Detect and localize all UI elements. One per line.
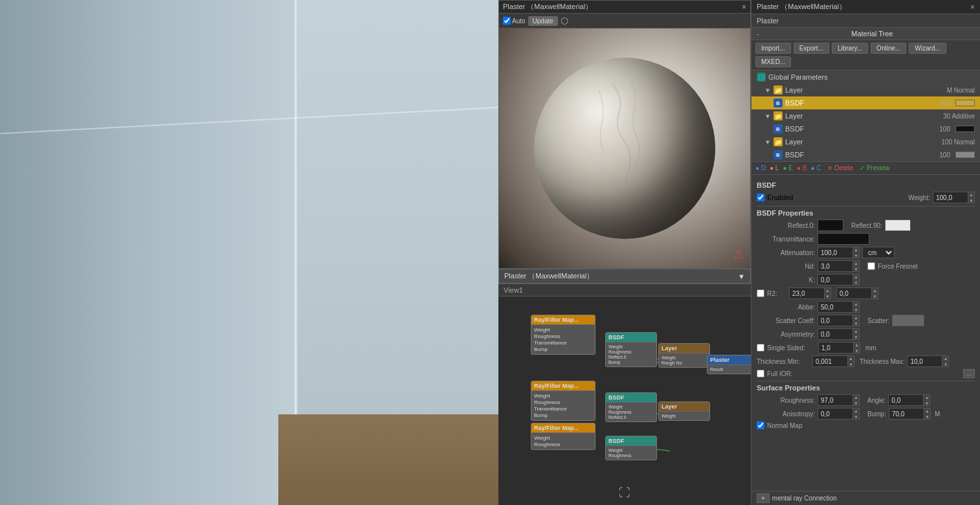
scatter-coeff-arrows[interactable]: ▲▼ bbox=[853, 315, 860, 326]
single-sided-checkbox[interactable] bbox=[757, 344, 764, 352]
r2-input1[interactable] bbox=[789, 287, 825, 299]
k-input[interactable] bbox=[818, 274, 853, 286]
node-layer-2[interactable]: Layer Weight bbox=[658, 401, 710, 421]
single-sided-arrows[interactable]: ▲▼ bbox=[854, 342, 860, 354]
thickness-min-spinner[interactable]: ▲▼ bbox=[812, 355, 854, 367]
scatter-coeff-spinner[interactable]: ▲▼ bbox=[818, 315, 860, 326]
thickness-min-input[interactable] bbox=[812, 355, 848, 367]
abbe-arrows[interactable]: ▲▼ bbox=[853, 301, 860, 313]
d-button[interactable]: ● D bbox=[755, 164, 766, 172]
tree-item-bsdf3[interactable]: B BSDF 100 bbox=[752, 148, 980, 161]
k-spinner[interactable]: ▲▼ bbox=[818, 274, 860, 286]
thickness-max-spinner[interactable]: ▲▼ bbox=[907, 355, 949, 367]
update-button[interactable]: Update bbox=[528, 16, 558, 26]
anisotropy-input[interactable] bbox=[818, 408, 853, 420]
weight-arrows[interactable]: ▲▼ bbox=[968, 192, 975, 203]
attenuation-arrows[interactable]: ▲▼ bbox=[853, 247, 860, 258]
attenuation-input[interactable] bbox=[818, 247, 853, 258]
nd-spinner[interactable]: ▲▼ bbox=[818, 260, 860, 272]
tree-item-layer3[interactable]: ▼ 📁 Layer 100 Normal bbox=[752, 135, 980, 148]
single-sided-spinner[interactable]: ▲▼ bbox=[818, 342, 860, 354]
asymmetry-spinner[interactable]: ▲▼ bbox=[818, 328, 860, 340]
reflect90-color[interactable] bbox=[885, 219, 911, 231]
transmittance-color[interactable] bbox=[818, 233, 869, 245]
attenuation-unit-select[interactable]: cm m mm bbox=[862, 247, 895, 258]
node-layer-1[interactable]: Layer Weight Rough No bbox=[658, 343, 710, 368]
mxed-button[interactable]: MXED... bbox=[755, 56, 791, 67]
add-button[interactable]: + bbox=[757, 493, 770, 503]
node-1[interactable]: Ray/Filter Map... Weight Roughness Trans… bbox=[531, 315, 596, 355]
scatter-coeff-row: Scatter Coeff: ▲▼ Scatter: bbox=[757, 315, 975, 326]
bump-input[interactable] bbox=[889, 408, 924, 420]
normal-map-checkbox[interactable] bbox=[757, 421, 764, 429]
library-button[interactable]: Library... bbox=[832, 43, 868, 54]
r2-checkbox[interactable] bbox=[757, 289, 764, 297]
node-material[interactable]: Plaster Result bbox=[707, 355, 751, 374]
c-button[interactable]: ● C bbox=[810, 164, 821, 172]
angle-spinner[interactable]: ▲▼ bbox=[888, 394, 930, 406]
k-arrows[interactable]: ▲▼ bbox=[853, 274, 860, 286]
preview-button[interactable]: ✓ Preview bbox=[860, 164, 889, 172]
scatter-coeff-input[interactable] bbox=[818, 315, 853, 326]
r2-input2[interactable] bbox=[836, 287, 872, 299]
bump-spinner[interactable]: ▲▼ bbox=[889, 408, 931, 420]
tree-item-bsdf1[interactable]: B BSDF 100 bbox=[752, 96, 980, 109]
r2-arrows1[interactable]: ▲▼ bbox=[825, 287, 831, 299]
anisotropy-arrows[interactable]: ▲▼ bbox=[853, 408, 860, 420]
wizard-button[interactable]: Wizard... bbox=[909, 43, 946, 54]
angle-arrows[interactable]: ▲▼ bbox=[924, 394, 930, 406]
thickness-min-arrows[interactable]: ▲▼ bbox=[848, 355, 854, 367]
asymmetry-input[interactable] bbox=[818, 328, 853, 340]
bump-arrows[interactable]: ▲▼ bbox=[924, 408, 931, 420]
tree-item-layer2[interactable]: ▼ 📁 Layer 30 Additive bbox=[752, 109, 980, 122]
right-close-button[interactable]: × bbox=[970, 3, 975, 12]
node-2[interactable]: Ray/Filter Map... Weight Roughness Trans… bbox=[531, 381, 596, 421]
single-sided-input[interactable] bbox=[818, 342, 854, 354]
scatter-coeff-label: Scatter Coeff: bbox=[757, 317, 815, 324]
material-name-bar[interactable]: Plaster （MaxwellMaterial） ▼ bbox=[498, 269, 751, 284]
attenuation-spinner[interactable]: ▲▼ bbox=[818, 247, 860, 258]
delete-button[interactable]: ✕ Delete bbox=[827, 164, 853, 172]
import-button[interactable]: Import... bbox=[755, 43, 791, 54]
r2-arrows2[interactable]: ▲▼ bbox=[872, 287, 878, 299]
force-fresnel-checkbox[interactable] bbox=[867, 262, 875, 270]
r2-spinner2[interactable]: ▲▼ bbox=[836, 287, 878, 299]
abbe-input[interactable] bbox=[818, 301, 853, 313]
bsdf-enabled-checkbox[interactable] bbox=[757, 194, 764, 201]
nd-input[interactable] bbox=[818, 260, 853, 272]
minus-button[interactable]: - bbox=[752, 28, 764, 39]
weight-spinner[interactable]: ▲▼ bbox=[933, 192, 975, 203]
roughness-arrows[interactable]: ▲▼ bbox=[853, 394, 860, 406]
roughness-input[interactable] bbox=[818, 394, 853, 406]
abbe-spinner[interactable]: ▲▼ bbox=[818, 301, 860, 313]
e-button[interactable]: ● E bbox=[783, 164, 793, 172]
node-graph[interactable]: Ray/Filter Map... Weight Roughness Trans… bbox=[498, 297, 751, 505]
weight-input[interactable] bbox=[933, 192, 968, 203]
full-ior-options-button[interactable]: ... bbox=[963, 369, 975, 378]
auto-checkbox[interactable] bbox=[503, 17, 511, 25]
tree-item-global[interactable]: 🌐 Global Parameters bbox=[752, 71, 980, 84]
node-3[interactable]: Ray/Filter Map... Weight Roughness bbox=[531, 423, 596, 450]
node-mid-2[interactable]: BSDF Weight Roughness Reflect.0 bbox=[605, 392, 657, 422]
b-button[interactable]: ● B bbox=[797, 164, 807, 172]
tree-item-layer1[interactable]: ▼ 📁 Layer M Normal bbox=[752, 84, 980, 96]
scatter-color[interactable] bbox=[892, 315, 924, 326]
roughness-spinner[interactable]: ▲▼ bbox=[818, 394, 860, 406]
export-button[interactable]: Export... bbox=[794, 43, 829, 54]
preview-close-button[interactable]: × bbox=[742, 3, 746, 12]
l-button[interactable]: ● L bbox=[770, 164, 779, 172]
anisotropy-spinner[interactable]: ▲▼ bbox=[818, 408, 860, 420]
angle-input[interactable] bbox=[888, 394, 924, 406]
nd-arrows[interactable]: ▲▼ bbox=[853, 260, 860, 272]
asymmetry-arrows[interactable]: ▲▼ bbox=[853, 328, 860, 340]
r2-spinner1[interactable]: ▲▼ bbox=[789, 287, 831, 299]
reflect0-color[interactable] bbox=[818, 219, 843, 231]
thickness-max-input[interactable] bbox=[907, 355, 942, 367]
full-ior-checkbox[interactable] bbox=[757, 370, 764, 377]
thickness-max-arrows[interactable]: ▲▼ bbox=[942, 355, 949, 367]
layer2-badge: 30 Additive bbox=[943, 113, 975, 120]
tree-item-bsdf2[interactable]: B BSDF 100 bbox=[752, 122, 980, 135]
node-mid-3[interactable]: BSDF Weight Roughness bbox=[605, 436, 657, 460]
node-mid-1[interactable]: BSDF Weight Roughness Reflect.0 Bump bbox=[605, 332, 657, 367]
online-button[interactable]: Online... bbox=[871, 43, 906, 54]
